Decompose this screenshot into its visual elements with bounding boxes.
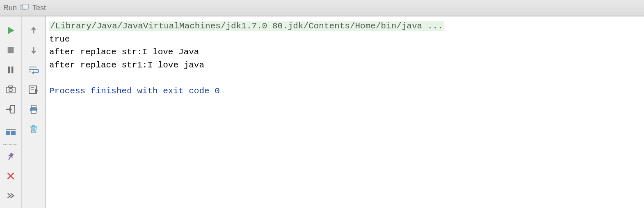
run-config-name: Test [32, 4, 46, 12]
clear-all-button[interactable] [25, 119, 42, 139]
console-exit-line: Process finished with exit code 0 [49, 86, 220, 96]
restore-layout-button[interactable] [2, 123, 19, 143]
soft-wrap-button[interactable] [25, 60, 42, 80]
run-toolbar-primary [0, 16, 22, 208]
svg-rect-11 [6, 131, 10, 135]
pause-button[interactable] [2, 60, 19, 80]
stop-button[interactable] [2, 40, 19, 60]
svg-marker-2 [8, 27, 14, 34]
rerun-button[interactable] [2, 21, 19, 40]
svg-rect-3 [8, 47, 14, 53]
svg-rect-13 [6, 129, 16, 130]
exit-button[interactable] [2, 99, 19, 119]
run-toolbar-secondary [22, 16, 46, 208]
svg-rect-1 [23, 4, 28, 9]
svg-point-8 [9, 88, 12, 92]
svg-rect-12 [11, 131, 16, 135]
up-stack-button[interactable] [25, 21, 42, 40]
close-tab-button[interactable] [2, 166, 19, 186]
run-label: Run [3, 4, 17, 12]
hide-button[interactable] [2, 186, 19, 206]
console-output[interactable]: /Library/Java/JavaVirtualMachines/jdk1.7… [46, 16, 644, 208]
console-text: /Library/Java/JavaVirtualMachines/jdk1.7… [49, 20, 644, 97]
svg-rect-21 [31, 110, 36, 113]
svg-marker-15 [31, 51, 36, 54]
toolbar-separator [3, 121, 18, 121]
svg-rect-20 [31, 105, 36, 108]
pin-tab-button[interactable] [2, 146, 19, 166]
toolbar-separator [3, 144, 18, 145]
run-config-icon [20, 3, 29, 12]
scroll-to-end-button[interactable] [25, 80, 42, 99]
down-stack-button[interactable] [25, 40, 42, 60]
svg-rect-4 [8, 67, 10, 74]
run-tool-header: Run Test [0, 0, 644, 16]
svg-marker-16 [32, 71, 34, 74]
console-line: true [49, 35, 70, 44]
run-tool-body: /Library/Java/JavaVirtualMachines/jdk1.7… [0, 16, 644, 208]
svg-marker-14 [31, 27, 36, 30]
console-command-line: /Library/Java/JavaVirtualMachines/jdk1.7… [49, 21, 444, 31]
print-button[interactable] [25, 99, 42, 119]
dump-threads-button[interactable] [2, 80, 19, 99]
svg-rect-5 [11, 67, 14, 74]
console-line: after replace str1:I love java [49, 60, 204, 70]
console-line: after replace str:I love Java [49, 47, 199, 57]
